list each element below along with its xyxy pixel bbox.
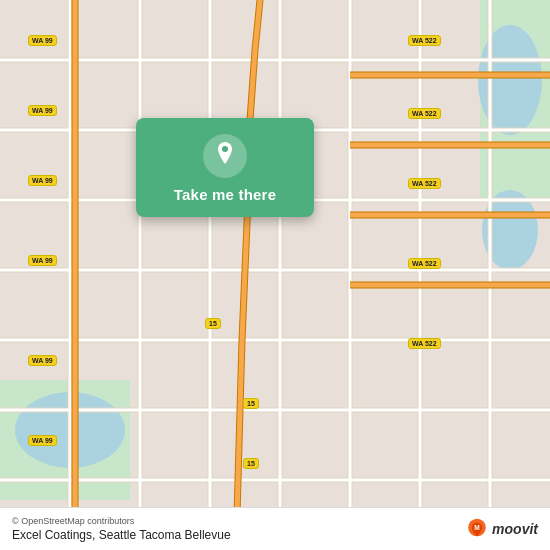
svg-point-43 [222,146,228,152]
map-svg [0,0,550,550]
road-badge-wa522-4: WA 522 [408,258,441,269]
bottom-bar: © OpenStreetMap contributors Excel Coati… [0,507,550,550]
location-pin-icon [213,140,237,172]
map-container: WA 99 WA 99 WA 99 WA 99 WA 99 WA 99 WA 5… [0,0,550,550]
road-badge-wa99-6: WA 99 [28,435,57,446]
osm-attribution: © OpenStreetMap contributors [12,516,231,526]
location-icon-wrap [203,134,247,178]
road-badge-wa99-4: WA 99 [28,255,57,266]
popup-card[interactable]: Take me there [136,118,314,217]
road-badge-i15-1: 15 [205,318,221,329]
road-badge-wa99-2: WA 99 [28,105,57,116]
svg-text:M: M [474,524,480,531]
bottom-left: © OpenStreetMap contributors Excel Coati… [12,516,231,542]
road-badge-wa522-5: WA 522 [408,338,441,349]
road-badge-wa99-5: WA 99 [28,355,57,366]
road-badge-wa522-1: WA 522 [408,35,441,46]
moovit-icon: M [466,518,488,540]
road-badge-i15-3: 15 [243,458,259,469]
moovit-text: moovit [492,521,538,537]
location-title: Excel Coatings, Seattle Tacoma Bellevue [12,528,231,542]
road-badge-wa522-3: WA 522 [408,178,441,189]
road-badge-wa99-1: WA 99 [28,35,57,46]
road-badge-wa99-3: WA 99 [28,175,57,186]
road-badge-wa522-2: WA 522 [408,108,441,119]
moovit-logo: M moovit [466,518,538,540]
take-me-there-button[interactable]: Take me there [174,186,276,203]
road-badge-i15-2: 15 [243,398,259,409]
